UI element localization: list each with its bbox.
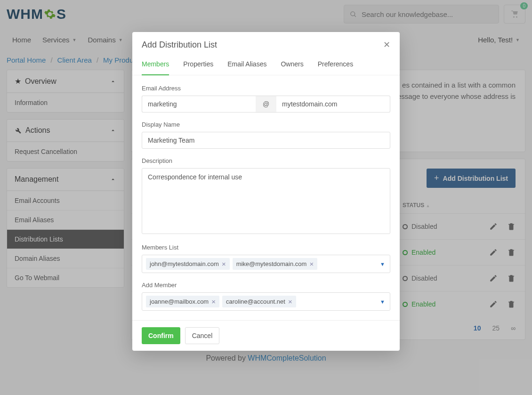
modal-tabs: Members Properties Email Aliases Owners … (132, 56, 400, 75)
modal-overlay: Add Distribution List ✕ Members Properti… (0, 0, 532, 395)
tag-remove-icon[interactable]: × (288, 298, 292, 306)
label-display-name: Display Name (142, 121, 390, 128)
close-icon[interactable]: ✕ (383, 40, 390, 50)
label-add-member: Add Member (142, 282, 390, 289)
email-local-input[interactable] (142, 96, 256, 113)
at-separator: @ (256, 96, 276, 113)
tab-members[interactable]: Members (142, 56, 169, 75)
tag-item: caroline@account.net× (222, 296, 296, 307)
cancel-button[interactable]: Cancel (185, 327, 220, 344)
tag-label: john@mytestdomain.com (150, 260, 219, 267)
add-distribution-list-modal: Add Distribution List ✕ Members Properti… (132, 32, 400, 351)
chevron-down-icon: ▼ (380, 299, 385, 305)
display-name-input[interactable] (142, 132, 390, 149)
description-textarea[interactable] (142, 168, 390, 234)
tag-item: john@mytestdomain.com× (146, 258, 230, 270)
label-email: Email Address (142, 85, 390, 92)
tag-item: mike@mytestdomain.com× (233, 258, 318, 270)
chevron-down-icon: ▼ (380, 261, 385, 267)
members-list-select[interactable]: john@mytestdomain.com×mike@mytestdomain.… (142, 255, 390, 273)
modal-title: Add Distribution List (142, 40, 217, 50)
tag-remove-icon[interactable]: × (222, 260, 226, 268)
add-member-select[interactable]: joanne@mailbox.com×caroline@account.net×… (142, 292, 390, 311)
tag-label: joanne@mailbox.com (150, 298, 209, 305)
tag-label: mike@mytestdomain.com (236, 260, 307, 267)
tab-owners[interactable]: Owners (281, 56, 303, 75)
email-domain-input[interactable] (276, 96, 390, 113)
tab-preferences[interactable]: Preferences (318, 56, 353, 75)
tag-label: caroline@account.net (226, 298, 285, 305)
tag-remove-icon[interactable]: × (211, 298, 216, 306)
tab-properties[interactable]: Properties (183, 56, 213, 75)
label-members-list: Members List (142, 244, 390, 251)
tag-remove-icon[interactable]: × (309, 260, 314, 268)
label-description: Description (142, 157, 390, 164)
tag-item: joanne@mailbox.com× (146, 296, 219, 307)
tab-email-aliases[interactable]: Email Aliases (227, 56, 266, 75)
confirm-button[interactable]: Confirm (142, 327, 180, 344)
